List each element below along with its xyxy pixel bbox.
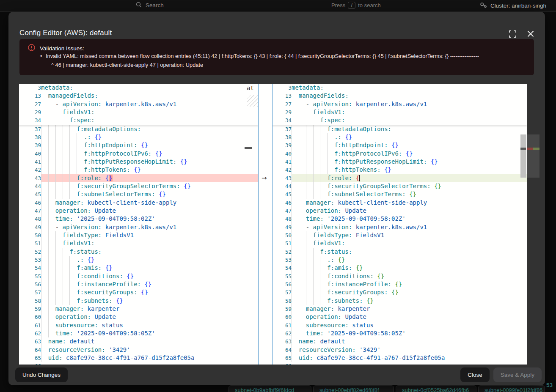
line-number: 56 xyxy=(272,280,292,288)
overview-cursor-mark xyxy=(245,147,252,149)
code-line[interactable]: 3metadata: xyxy=(272,84,527,92)
code-line[interactable]: 39 f:httpEndpoint: {} xyxy=(272,141,527,149)
code-line[interactable]: 65 uid: c8afe97e-38cc-4f91-a767-d15f2a8f… xyxy=(19,354,258,362)
close-button[interactable] xyxy=(526,30,535,38)
code-line[interactable]: 51 fieldsV1: xyxy=(272,239,527,247)
indent-guide xyxy=(55,248,56,256)
code-line[interactable]: 58 f:subnets: {} xyxy=(272,297,527,305)
code-line[interactable]: 40 f:httpProtocolIPv6: {} xyxy=(272,150,527,158)
code-line[interactable]: 60 operation: Update xyxy=(19,313,258,321)
diff-pane-original[interactable]: 3metadata:13 managedFields:27 - apiVersi… xyxy=(19,84,258,365)
code-line[interactable]: 54 f:amis: {} xyxy=(19,264,258,272)
code-line[interactable]: 55 f:conditions: {} xyxy=(272,272,527,280)
indent-guide xyxy=(313,166,314,174)
diff-pane-modified[interactable]: 3metadata:13 managedFields:27 - apiVersi… xyxy=(272,84,527,365)
code-line[interactable]: 64 resourceVersion: '3429' xyxy=(19,346,258,354)
revert-change-arrow[interactable]: → xyxy=(261,174,267,182)
save-apply-button[interactable]: Save & Apply xyxy=(493,367,542,382)
code-line[interactable]: 65 uid: c8afe97e-38cc-4f91-a767-d15f2a8f… xyxy=(272,354,527,362)
code-line[interactable]: 27 - apiVersion: karpenter.k8s.aws/v1 xyxy=(272,100,527,108)
sticky-scroll-header[interactable]: 3metadata:13 managedFields:27 - apiVersi… xyxy=(19,84,258,125)
fullscreen-expand-button[interactable] xyxy=(508,30,517,38)
code-line[interactable]: 41 f:httpPutResponseHopLimit: {} xyxy=(19,158,258,166)
code-line[interactable]: 50 fieldsType: FieldsV1 xyxy=(272,231,527,239)
code-line[interactable]: 52 f:status: xyxy=(272,248,527,256)
code-line[interactable]: 13 managedFields: xyxy=(272,92,527,100)
code-line[interactable]: 37 f:metadataOptions: xyxy=(272,125,527,133)
code-line[interactable]: 44 f:securityGroupSelectorTerms: {} xyxy=(272,182,527,190)
code-line[interactable]: 52 f:status: xyxy=(19,248,258,256)
code-line[interactable]: 29 fieldsV1: xyxy=(19,108,258,116)
code-line[interactable]: 42 f:httpTokens: {} xyxy=(19,166,258,174)
overview-ruler-slider[interactable] xyxy=(527,134,539,178)
code-line[interactable]: 47 operation: Update xyxy=(272,207,527,215)
diff-editor-sash[interactable]: → xyxy=(258,84,272,365)
code-content[interactable]: 37 f:metadataOptions:38 .: {}39 f:httpEn… xyxy=(19,125,258,365)
code-line[interactable]: 43+ f:role: { xyxy=(272,174,527,182)
code-line[interactable]: 57 f:securityGroups: {} xyxy=(19,288,258,296)
code-line[interactable]: 45 f:subnetSelectorTerms: {} xyxy=(272,190,527,198)
line-number: 29 xyxy=(272,108,292,116)
code-line[interactable]: 66spec: xyxy=(272,362,527,365)
code-line[interactable]: 56 f:instanceProfile: {} xyxy=(272,280,527,288)
code-line[interactable]: 60 operation: Update xyxy=(272,313,527,321)
code-line[interactable]: 55 f:conditions: {} xyxy=(19,272,258,280)
code-line[interactable]: 56 f:instanceProfile: {} xyxy=(19,280,258,288)
code-line[interactable]: 64 resourceVersion: '3429' xyxy=(272,346,527,354)
code-line[interactable]: 3metadata: xyxy=(19,84,258,92)
code-line[interactable]: 58 f:subnets: {} xyxy=(19,297,258,305)
code-line[interactable]: 42 f:httpTokens: {} xyxy=(272,166,527,174)
indent-guide xyxy=(299,141,299,149)
global-search[interactable]: Search xyxy=(136,2,164,9)
code-line[interactable]: 46 manager: kubectl-client-side-apply xyxy=(19,199,258,207)
code-line[interactable]: 61 subresource: status xyxy=(272,321,527,329)
code-line[interactable]: 62 time: '2025-09-04T09:58:05Z' xyxy=(19,329,258,337)
code-line[interactable]: 59 manager: karpenter xyxy=(19,305,258,313)
code-line[interactable]: 13 managedFields: xyxy=(19,92,258,100)
code-content[interactable]: 37 f:metadataOptions:38 .: {}39 f:httpEn… xyxy=(272,125,527,365)
code-line[interactable]: 59 manager: karpenter xyxy=(272,305,527,313)
code-line[interactable]: 48 time: '2025-09-04T09:58:02Z' xyxy=(272,215,527,223)
code-line[interactable]: 51 fieldsV1: xyxy=(19,239,258,247)
code-line[interactable]: 66spec: xyxy=(19,362,258,365)
code-line[interactable]: 38 .: {} xyxy=(272,133,527,141)
code-line[interactable]: 37 f:metadataOptions: xyxy=(19,125,258,133)
code-line[interactable]: 46 manager: kubectl-client-side-apply xyxy=(272,199,527,207)
code-line[interactable]: 61 subresource: status xyxy=(19,321,258,329)
code-line[interactable]: 38 .: {} xyxy=(19,133,258,141)
line-number: 53 xyxy=(272,256,292,264)
code-line[interactable]: 45 f:subnetSelectorTerms: {} xyxy=(19,190,258,198)
code-line[interactable]: 57 f:securityGroups: {} xyxy=(272,288,527,296)
code-line[interactable]: 44 f:securityGroupSelectorTerms: {} xyxy=(19,182,258,190)
code-line[interactable]: 27 - apiVersion: karpenter.k8s.aws/v1 xyxy=(19,100,258,108)
code-line[interactable]: 53 .: {} xyxy=(272,256,527,264)
scrollbar-slider[interactable] xyxy=(520,134,526,178)
code-line[interactable]: 62 time: '2025-09-04T09:58:05Z' xyxy=(272,329,527,337)
code-line[interactable]: 41 f:httpPutResponseHopLimit: {} xyxy=(272,158,527,166)
indent-guide xyxy=(306,141,306,149)
yaml-diff-editor[interactable]: 3metadata:13 managedFields:27 - apiVersi… xyxy=(19,84,527,365)
sticky-scroll-header[interactable]: 3metadata:13 managedFields:27 - apiVersi… xyxy=(272,84,527,125)
cluster-chooser[interactable]: Cluster: anirban-singh xyxy=(480,2,546,10)
code-line[interactable]: 49 - apiVersion: karpenter.k8s.aws/v1 xyxy=(19,223,258,231)
code-line[interactable]: 29 fieldsV1: xyxy=(272,108,527,116)
undo-changes-button[interactable]: Undo Changes xyxy=(15,367,68,382)
code-line[interactable]: 39 f:httpEndpoint: {} xyxy=(19,141,258,149)
code-line[interactable]: 34 f:spec: xyxy=(19,116,258,124)
code-line[interactable]: 54 f:amis: {} xyxy=(272,264,527,272)
close-dialog-button[interactable]: Close xyxy=(460,367,490,382)
code-line[interactable]: 47 operation: Update xyxy=(19,207,258,215)
code-line[interactable]: 43− f:role: {} xyxy=(19,174,258,182)
app-header: Search Press / to search Cluster: anirba… xyxy=(0,0,556,12)
line-number: 52 xyxy=(272,248,292,256)
code-line[interactable]: 34 f:spec: xyxy=(272,116,527,124)
indent-guide xyxy=(48,305,49,313)
code-line[interactable]: 50 fieldsType: FieldsV1 xyxy=(19,231,258,239)
code-line[interactable]: 63 name: default xyxy=(272,337,527,345)
code-line[interactable]: 63 name: default xyxy=(19,337,258,345)
code-line[interactable]: 40 f:httpProtocolIPv6: {} xyxy=(19,150,258,158)
code-line[interactable]: 48 time: '2025-09-04T09:58:02Z' xyxy=(19,215,258,223)
indent-guide xyxy=(41,264,41,272)
code-line[interactable]: 53 .: {} xyxy=(19,256,258,264)
code-line[interactable]: 49 - apiVersion: karpenter.k8s.aws/v1 xyxy=(272,223,527,231)
